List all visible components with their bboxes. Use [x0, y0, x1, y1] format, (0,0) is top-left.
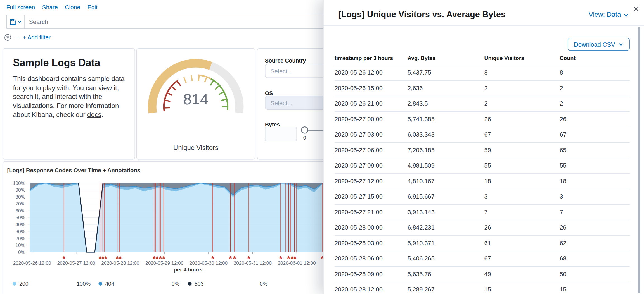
table-row: 2020-05-28 00:006,842.2312626 [335, 220, 630, 236]
svg-text:*: * [287, 254, 290, 263]
table-cell: 7 [484, 205, 560, 220]
legend-value: 100% [77, 281, 91, 287]
table-row: 2020-05-27 06:007,206.1855965 [335, 143, 630, 159]
svg-text:30%: 30% [15, 229, 25, 234]
table-cell: 2,843.5 [408, 96, 484, 111]
legend-item-503[interactable]: 5030% [188, 281, 267, 287]
table-cell: 49 [484, 267, 560, 282]
legend-item-200[interactable]: 200100% [13, 281, 91, 287]
table-cell: 65 [560, 143, 630, 158]
chevron-down-icon [619, 42, 624, 47]
table-column-header: Avg. Bytes [408, 55, 484, 65]
edit-link[interactable]: Edit [87, 4, 98, 11]
bytes-slider-value: 0 [301, 135, 308, 141]
add-filter-button[interactable]: + Add filter [23, 34, 51, 41]
clone-link[interactable]: Clone [65, 4, 80, 11]
table-cell: 2 [560, 81, 630, 96]
chevron-down-icon [624, 12, 629, 18]
filter-bar: — + Add filter [4, 33, 51, 42]
svg-text:*: * [247, 254, 251, 263]
chevron-down-icon [17, 20, 22, 24]
table-cell: 26 [484, 112, 560, 127]
save-icon [10, 19, 16, 25]
filter-separator: — [14, 34, 20, 40]
full-screen-link[interactable]: Full screen [6, 4, 35, 11]
table-column-header: timestamp per 3 hours [335, 55, 408, 65]
dashboard-menu: Full screen Share Clone Edit [6, 4, 98, 11]
table-cell: 15 [560, 282, 630, 294]
svg-text:80%: 80% [15, 194, 25, 200]
svg-text:*: * [159, 254, 162, 263]
table-row: 2020-05-27 00:005,741.3852626 [335, 112, 630, 128]
bytes-min-input[interactable] [265, 127, 297, 141]
os-label: OS [265, 90, 273, 97]
data-table: timestamp per 3 hoursAvg. BytesUnique Vi… [335, 55, 630, 294]
response-codes-chart: 0%10%20%30%40%50%60%70%80%90%100%2020-05… [3, 162, 364, 294]
svg-text:40%: 40% [15, 222, 25, 227]
panel-response-codes: [Logs] Response Codes Over Time + Annota… [3, 161, 364, 294]
panel-sample-logs-data: Sample Logs Data This dashboard contains… [3, 48, 135, 160]
flyout-scrollbar-thumb[interactable] [638, 27, 640, 293]
table-cell: 2020-05-27 21:00 [335, 205, 408, 220]
flyout-table-body: 2020-05-26 12:005,437.75882020-05-26 15:… [335, 65, 630, 294]
bytes-slider-handle[interactable] [301, 126, 308, 134]
table-cell: 5,406.265 [408, 251, 484, 266]
download-csv-label: Download CSV [574, 41, 615, 47]
table-cell: 50 [560, 267, 630, 282]
close-flyout-button[interactable] [632, 5, 640, 13]
filter-icon[interactable] [4, 34, 11, 41]
svg-text:*: * [233, 254, 236, 263]
table-cell: 2020-05-28 09:00 [335, 267, 408, 282]
table-cell: 8 [560, 65, 630, 80]
table-row: 2020-05-27 21:003,913.14377 [335, 205, 630, 221]
table-cell: 15 [484, 282, 560, 294]
svg-text:per 4 hours: per 4 hours [174, 267, 202, 273]
svg-text:2020-05-31 12:00: 2020-05-31 12:00 [234, 260, 272, 266]
search-input[interactable]: Search [29, 18, 48, 25]
svg-text:*: * [119, 254, 122, 263]
table-cell: 3,913.143 [408, 205, 484, 220]
view-selector-button[interactable]: View: Data [589, 11, 629, 18]
table-cell: 6,842.231 [408, 220, 484, 235]
table-cell: 5,910.371 [408, 236, 484, 251]
table-cell: 2020-05-26 12:00 [335, 65, 408, 80]
table-cell: 6,033.343 [408, 127, 484, 142]
table-row: 2020-05-27 15:006,915.66733 [335, 189, 630, 205]
table-cell: 55 [560, 158, 630, 173]
close-icon [633, 6, 639, 12]
table-row: 2020-05-26 15:002,63622 [335, 81, 630, 97]
table-cell: 8 [484, 65, 560, 80]
view-selector-label: View: Data [589, 11, 621, 18]
table-cell: 2020-05-27 12:00 [335, 174, 408, 189]
share-link[interactable]: Share [42, 4, 58, 11]
table-cell: 2020-05-26 21:00 [335, 96, 408, 111]
table-cell: 2,636 [408, 81, 484, 96]
table-column-header: Unique Visitors [484, 55, 560, 65]
legend-dot [13, 282, 16, 286]
table-cell: 5,437.75 [408, 65, 484, 80]
gauge-label: Unique Visitors [137, 144, 255, 152]
table-cell: 2020-05-28 06:00 [335, 251, 408, 266]
markdown-suffix: . [101, 111, 103, 118]
markdown-text: This dashboard contains sample data for … [13, 75, 125, 118]
table-cell: 5,635.76 [408, 267, 484, 282]
table-row: 2020-05-27 09:004,981.5095555 [335, 158, 630, 174]
download-csv-button[interactable]: Download CSV [568, 38, 630, 51]
table-cell: 2020-05-27 09:00 [335, 158, 408, 173]
gauge-visualization: 814 [137, 58, 255, 120]
flyout-header: [Logs] Unique Visitors vs. Average Bytes… [324, 0, 644, 26]
table-row: 2020-05-26 21:002,843.522 [335, 96, 630, 112]
table-cell: 26 [484, 220, 560, 235]
svg-text:*: * [293, 254, 297, 263]
saved-query-menu-button[interactable] [7, 15, 25, 28]
svg-text:70%: 70% [15, 201, 25, 207]
os-placeholder: Select... [271, 99, 293, 106]
svg-text:*: * [229, 254, 232, 263]
docs-link[interactable]: docs [87, 111, 101, 118]
table-cell: 2020-05-27 15:00 [335, 189, 408, 204]
legend-item-404[interactable]: 4040% [99, 281, 180, 287]
table-cell: 2020-05-28 03:00 [335, 236, 408, 251]
svg-text:50%: 50% [15, 215, 25, 220]
legend-dot [99, 282, 103, 286]
legend-label: 404 [105, 281, 115, 287]
